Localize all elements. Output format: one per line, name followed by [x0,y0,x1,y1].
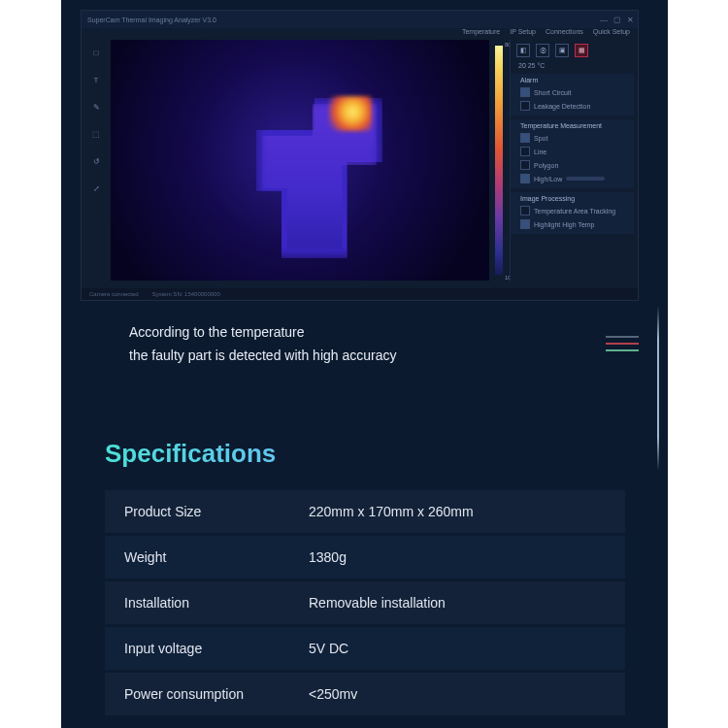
table-row: Power consumption <250mv [105,673,625,715]
description-line-1: According to the temperature [129,320,396,344]
specs-section: Specifications Product Size 220mm x 170m… [105,439,625,718]
divider-vertical [657,306,659,471]
spec-key: Installation [124,595,309,611]
tool-rect-icon[interactable]: □ [86,44,106,61]
color-bar [495,46,503,275]
status-bar: Camera connected System SN: 15400000000 [82,288,638,300]
specs-title: Specifications [105,439,276,469]
tab-temperature[interactable]: Temperature [462,28,500,35]
specs-table: Product Size 220mm x 170mm x 260mm Weigh… [105,490,625,715]
table-row: Installation Removable installation [105,581,625,624]
spec-value: <250mv [309,686,357,702]
tool-reset-icon[interactable]: ↺ [86,152,106,170]
spec-value: 1380g [309,549,347,565]
measure-line[interactable]: Line [520,145,628,158]
table-row: Weight 1380g [105,536,625,579]
tab-connections[interactable]: Connections [546,28,583,35]
window-controls: — ▢ ✕ [600,16,634,24]
description-text: According to the temperature the faulty … [129,320,396,367]
toggle-leakage[interactable]: Leakage Detection [520,99,628,113]
tool-text-icon[interactable]: T [86,71,106,88]
thumbnail-button[interactable]: ▦ [575,44,588,57]
tool-pen-icon[interactable]: ✎ [86,98,106,116]
toggle-area-tracking[interactable]: Temperature Area Tracking [520,204,628,217]
spec-key: Product Size [124,504,309,519]
spec-key: Weight [124,549,309,565]
measure-highlow[interactable]: High/Low [520,172,628,185]
section-image-header: Image Processing [520,195,628,202]
left-toolbar: □ T ✎ ⬚ ↺ ⤢ [83,44,109,197]
table-row: Product Size 220mm x 170mm x 260mm [105,490,625,533]
right-panel: ◧ ⦿ ▣ ▦ 20 25 °C Alarm Short Circuit Lea… [510,40,634,282]
maximize-icon[interactable]: ▢ [613,16,621,24]
spec-key: Input voltage [124,641,309,656]
spec-value: 5V DC [309,641,348,656]
close-icon[interactable]: ✕ [627,16,634,24]
tab-ip-setup[interactable]: IP Setup [510,28,536,35]
spec-value: Removable installation [309,595,446,611]
spec-value: 220mm x 170mm x 260mm [309,504,474,519]
section-alarm-header: Alarm [520,77,628,83]
spec-key: Power consumption [124,686,309,702]
tab-quick-setup[interactable]: Quick Setup [593,28,630,35]
table-row: Input voltage 5V DC [105,627,625,670]
accent-lines [606,336,639,351]
description-line-2: the faulty part is detected with high ac… [129,344,396,367]
section-temp-header: Temperature Measurement [520,122,628,129]
toggle-short-circuit[interactable]: Short Circuit [520,85,628,99]
record-button[interactable]: ▣ [555,44,569,57]
hotspot [329,96,372,131]
toggle-high-temp[interactable]: Highlight High Temp [520,217,628,231]
temp-range: 20 25 °C [511,61,634,70]
thermal-image [111,40,489,281]
status-connection: Camera connected [89,291,139,297]
status-sn: System SN: 15400000000 [152,291,220,297]
app-window: SuperCam Thermal Imaging Analyzer V3.0 —… [81,10,639,301]
app-tabs: Temperature IP Setup Connections Quick S… [462,28,630,35]
minimize-icon[interactable]: — [600,16,608,24]
measure-spot[interactable]: Spot [520,131,628,145]
capture-button[interactable]: ⦿ [536,44,549,57]
app-titlebar: SuperCam Thermal Imaging Analyzer V3.0 —… [82,11,638,28]
tool-fullscreen-icon[interactable]: ⤢ [86,180,106,197]
tool-region-icon[interactable]: ⬚ [86,125,106,143]
measure-polygon[interactable]: Polygon [520,158,628,172]
page-card: SuperCam Thermal Imaging Analyzer V3.0 —… [61,0,668,728]
palette-button[interactable]: ◧ [516,44,530,57]
app-title: SuperCam Thermal Imaging Analyzer V3.0 [87,17,216,23]
